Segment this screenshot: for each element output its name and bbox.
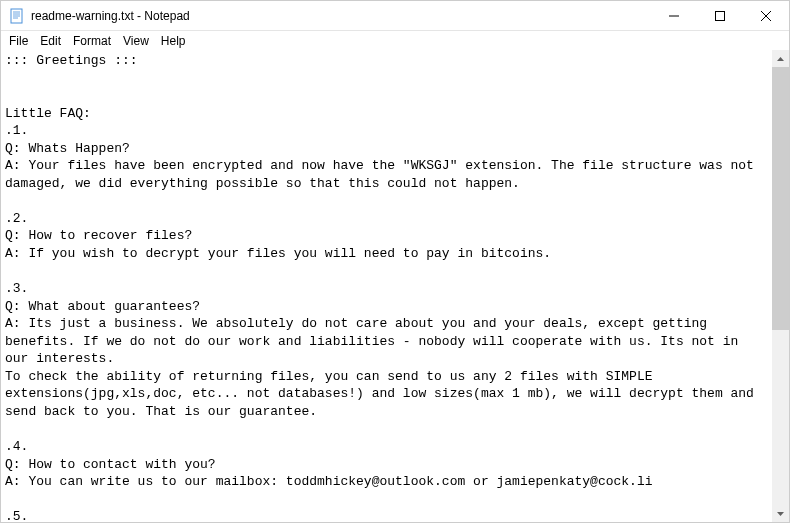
menu-view[interactable]: View [117,33,155,49]
window-controls [651,1,789,30]
scroll-track[interactable] [772,67,789,505]
content-area: ::: Greetings ::: Little FAQ: .1. Q: Wha… [1,50,789,522]
menu-edit[interactable]: Edit [34,33,67,49]
menu-help[interactable]: Help [155,33,192,49]
vertical-scrollbar[interactable] [772,50,789,522]
scroll-up-arrow[interactable] [772,50,789,67]
menu-format[interactable]: Format [67,33,117,49]
scroll-thumb[interactable] [772,67,789,330]
menubar: File Edit Format View Help [1,31,789,50]
text-editor[interactable]: ::: Greetings ::: Little FAQ: .1. Q: Wha… [1,50,772,522]
minimize-button[interactable] [651,1,697,30]
close-button[interactable] [743,1,789,30]
notepad-icon [9,8,25,24]
svg-rect-6 [716,11,725,20]
maximize-button[interactable] [697,1,743,30]
window-title: readme-warning.txt - Notepad [31,9,651,23]
titlebar[interactable]: readme-warning.txt - Notepad [1,1,789,31]
menu-file[interactable]: File [3,33,34,49]
scroll-down-arrow[interactable] [772,505,789,522]
